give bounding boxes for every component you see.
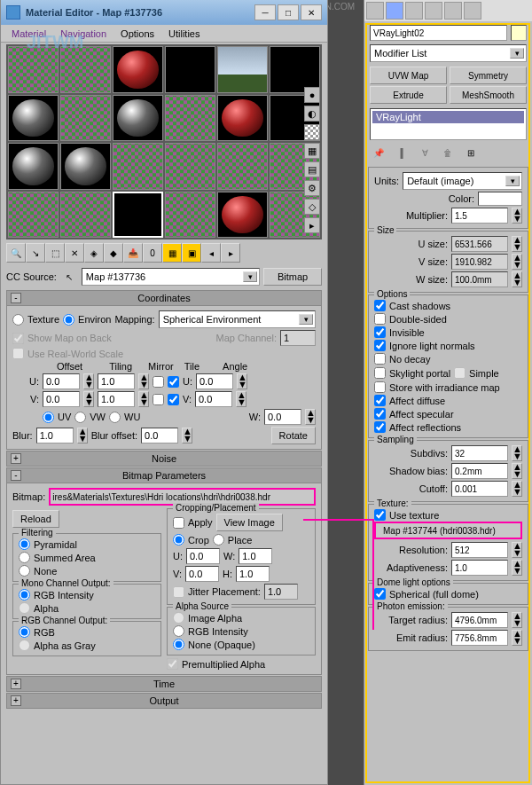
maximize-button[interactable]: □ — [278, 4, 299, 20]
summed-radio[interactable] — [19, 552, 30, 563]
tab-create-icon[interactable] — [366, 2, 384, 20]
assign-icon[interactable]: ⬚ — [45, 243, 65, 263]
material-slot[interactable] — [8, 95, 59, 142]
put-to-scene-icon[interactable]: ↘ — [26, 243, 45, 263]
none-opaque-radio[interactable] — [173, 639, 184, 650]
meshsmooth-button[interactable]: MeshSmooth — [450, 86, 527, 104]
material-slot-selected[interactable] — [113, 192, 163, 239]
resolution-input[interactable]: 512 — [451, 542, 508, 558]
menu-options[interactable]: Options — [113, 27, 161, 41]
crop-u-input[interactable]: 0.0 — [186, 548, 220, 564]
v-mirror-check[interactable] — [153, 394, 164, 405]
go-parent-icon[interactable]: ◂ — [201, 243, 221, 263]
material-id-icon[interactable]: 0 — [143, 243, 162, 263]
symmetry-button[interactable]: Symmetry — [450, 67, 527, 84]
mono-rgb-radio[interactable] — [19, 589, 30, 601]
u-mirror-check[interactable] — [153, 376, 164, 388]
show-result-icon[interactable]: ║ — [393, 144, 411, 161]
material-slot[interactable] — [270, 46, 320, 93]
crop-radio[interactable] — [173, 534, 184, 546]
rotate-button[interactable]: Rotate — [271, 427, 316, 444]
no-decay-check[interactable] — [374, 353, 386, 365]
vw-radio[interactable] — [74, 412, 86, 423]
v-offset-input[interactable]: 0.0 — [43, 391, 80, 407]
material-slot[interactable] — [60, 143, 111, 190]
material-slot[interactable] — [8, 192, 59, 239]
tab-utilities-icon[interactable] — [464, 2, 481, 20]
go-forward-icon[interactable]: ▸ — [221, 243, 240, 263]
material-slot[interactable] — [60, 46, 111, 93]
map-name-dropdown[interactable]: Map #137736 — [82, 268, 260, 286]
noise-rollout-header[interactable]: +Noise — [6, 451, 322, 467]
use-texture-check[interactable] — [374, 509, 386, 521]
material-slot[interactable] — [8, 143, 59, 190]
none-radio[interactable] — [19, 565, 30, 577]
material-slot[interactable] — [217, 46, 268, 93]
show-in-viewport-icon[interactable]: ▦ — [162, 243, 182, 263]
color-picker[interactable] — [478, 192, 522, 206]
store-irr-check[interactable] — [374, 381, 386, 393]
material-slot[interactable] — [113, 46, 163, 93]
menu-material[interactable]: Material — [4, 27, 53, 41]
pyramidal-radio[interactable] — [19, 538, 30, 550]
menu-utilities[interactable]: Utilities — [161, 27, 207, 41]
ignore-normals-check[interactable] — [374, 340, 386, 351]
texture-map-button[interactable]: Map #137744 (hdri0038.hdr) — [374, 522, 522, 539]
reload-button[interactable]: Reload — [12, 510, 59, 528]
affect-diffuse-check[interactable] — [374, 395, 386, 406]
close-button[interactable]: ✕ — [301, 4, 322, 20]
backlight-icon[interactable]: ◐ — [304, 106, 320, 122]
uv-radio[interactable] — [43, 412, 54, 423]
options-icon[interactable]: ⚙ — [304, 180, 320, 196]
put-to-lib-icon[interactable]: 📥 — [123, 243, 143, 263]
crop-v-input[interactable]: 0.0 — [185, 566, 219, 582]
background-icon[interactable] — [304, 124, 320, 140]
show-end-result-icon[interactable]: ▣ — [182, 243, 201, 263]
u-size-input[interactable]: 6531.566 — [451, 236, 508, 252]
w-angle-input[interactable]: 0.0 — [264, 409, 301, 425]
minimize-button[interactable]: ─ — [254, 4, 276, 20]
v-angle-input[interactable]: 0.0 — [195, 391, 232, 407]
extrude-button[interactable]: Extrude — [370, 86, 447, 104]
u-offset-input[interactable]: 0.0 — [43, 373, 80, 389]
video-color-icon[interactable]: ▤ — [304, 161, 320, 177]
invisible-check[interactable] — [374, 326, 386, 338]
multiplier-input[interactable]: 1.5 — [451, 208, 508, 224]
view-image-button[interactable]: View Image — [216, 514, 283, 531]
rgb-radio[interactable] — [19, 626, 30, 638]
apply-check[interactable] — [173, 517, 184, 529]
crop-h-input[interactable]: 1.0 — [236, 566, 270, 582]
blur-input[interactable]: 1.0 — [36, 428, 74, 444]
skylight-check[interactable] — [374, 367, 386, 379]
reset-icon[interactable]: ✕ — [65, 243, 84, 263]
menu-navigation[interactable]: Navigation — [53, 27, 113, 41]
tab-modify-icon[interactable] — [386, 2, 403, 20]
sample-uv-icon[interactable]: ▦ — [304, 143, 320, 159]
mapping-dropdown[interactable]: Spherical Environment — [159, 310, 316, 328]
output-rollout-header[interactable]: +Output — [6, 693, 322, 709]
u-tiling-input[interactable]: 1.0 — [98, 373, 135, 389]
configure-icon[interactable]: ⊞ — [462, 144, 480, 161]
make-unique-icon[interactable]: ◆ — [104, 243, 123, 263]
bitmap-button[interactable]: Bitmap — [263, 268, 322, 286]
make-copy-icon[interactable]: ◈ — [84, 243, 104, 263]
v-tiling-input[interactable]: 1.0 — [98, 391, 135, 407]
alpha-rgb-radio[interactable] — [173, 625, 184, 637]
units-dropdown[interactable]: Default (image) — [403, 172, 522, 190]
v-tile-check[interactable] — [168, 394, 179, 405]
adapt-input[interactable]: 1.0 — [451, 560, 508, 576]
object-name-input[interactable]: VRayLight02 — [370, 25, 507, 41]
remove-mod-icon[interactable]: 🗑 — [439, 144, 457, 161]
select-by-material-icon[interactable]: ◇ — [304, 199, 320, 215]
material-slot[interactable] — [113, 143, 163, 190]
get-material-icon[interactable]: 🔍 — [6, 243, 26, 263]
tab-hierarchy-icon[interactable] — [405, 2, 423, 20]
make-unique-icon[interactable]: ∀ — [416, 144, 434, 161]
uvw-map-button[interactable]: UVW Map — [370, 67, 447, 84]
crop-w-input[interactable]: 1.0 — [239, 548, 272, 564]
spherical-check[interactable] — [374, 588, 386, 600]
material-slot[interactable] — [217, 95, 268, 142]
affect-specular-check[interactable] — [374, 408, 386, 420]
material-slot[interactable] — [113, 95, 163, 142]
time-rollout-header[interactable]: +Time — [6, 676, 322, 692]
